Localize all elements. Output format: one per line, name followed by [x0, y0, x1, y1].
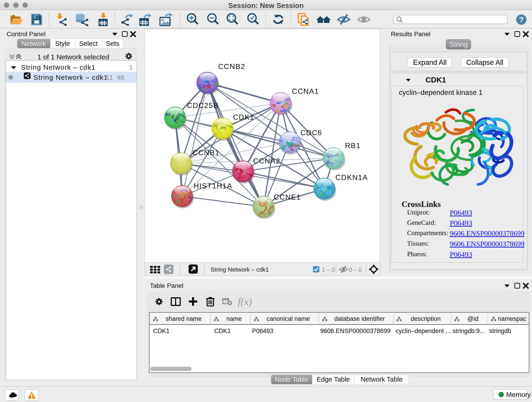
svg-text:HIST1H1A: HIST1H1A	[194, 182, 232, 190]
svg-text:RB1: RB1	[345, 141, 361, 150]
svg-text:CDC6: CDC6	[300, 128, 322, 137]
svg-text:CCNE1: CCNE1	[274, 193, 301, 201]
svg-text:CDKN1A: CDKN1A	[336, 173, 368, 182]
svg-text:CCNB2: CCNB2	[218, 62, 245, 70]
svg-text:CCNB1: CCNB1	[192, 148, 220, 157]
svg-text:CCNA1: CCNA1	[292, 87, 319, 95]
svg-text:CDC25B: CDC25B	[187, 101, 219, 109]
svg-text:CCNA2: CCNA2	[253, 157, 280, 165]
svg-text:CDK1: CDK1	[233, 113, 254, 121]
